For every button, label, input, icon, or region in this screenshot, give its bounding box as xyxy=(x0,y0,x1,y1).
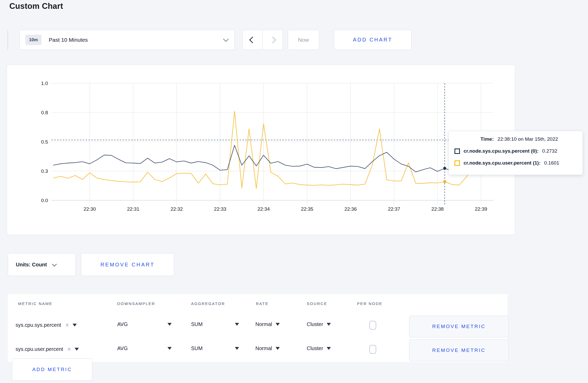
user-series-swatch-icon xyxy=(454,160,460,166)
dropdown-arrow-icon xyxy=(327,347,331,350)
tooltip-series-user: cr.node.sys.cpu.user.percent (1): 0.1601 xyxy=(454,160,559,166)
tooltip-time-label: Time: xyxy=(480,136,494,142)
chart-card: 0.00.30.50.81.022:3022:3122:3222:3322:34… xyxy=(7,65,515,235)
clear-metric-icon[interactable]: × xyxy=(65,321,69,329)
per-node-checkbox[interactable] xyxy=(369,321,376,330)
col-header-downsampler: DOWNSAMPLER xyxy=(117,301,155,306)
tooltip-series-sys: cr.node.sys.cpu.sys.percent (0): 0.2732 xyxy=(454,148,557,154)
dropdown-arrow-icon xyxy=(235,323,239,326)
hover-point-marker xyxy=(443,167,446,170)
x-axis-tick-label: 22:30 xyxy=(83,206,96,212)
sys-series-swatch-icon xyxy=(454,148,460,154)
aggregator-select[interactable]: SUM xyxy=(191,321,239,327)
remove-chart-button[interactable]: REMOVE CHART xyxy=(81,253,174,276)
dropdown-arrow-icon xyxy=(75,348,79,351)
col-header-rate: RATE xyxy=(256,301,269,306)
tooltip-time: Time:22:38:10 on Mar 15th, 2022 xyxy=(480,136,558,142)
source-select[interactable]: Cluster xyxy=(307,345,331,351)
time-nav-group xyxy=(242,30,283,50)
custom-chart-page: Custom Chart 10m Past 10 Minutes Now ADD… xyxy=(0,0,588,383)
hover-point-marker xyxy=(443,180,446,183)
metric-name-select[interactable]: sys.cpu.user.percent × xyxy=(16,345,79,353)
rate-select[interactable]: Normal xyxy=(255,321,280,327)
rate-value: Normal xyxy=(255,345,272,351)
downsampler-value: AVG xyxy=(117,321,128,327)
tooltip-sys-value: 0.2732 xyxy=(542,148,557,154)
time-back-button[interactable] xyxy=(242,30,263,50)
chevron-down-icon xyxy=(223,36,229,42)
time-range-select[interactable]: 10m Past 10 Minutes xyxy=(19,30,235,50)
dropdown-arrow-icon xyxy=(327,323,331,326)
dropdown-arrow-icon xyxy=(276,347,280,350)
toolbar-divider xyxy=(8,30,8,50)
clear-metric-icon[interactable]: × xyxy=(67,345,71,353)
aggregator-select[interactable]: SUM xyxy=(191,345,239,351)
y-axis-tick-label: 0.8 xyxy=(41,110,48,115)
aggregator-value: SUM xyxy=(191,345,202,351)
col-header-aggregator: AGGREGATOR xyxy=(191,301,225,306)
downsampler-value: AVG xyxy=(117,345,128,351)
x-axis-tick-label: 22:34 xyxy=(257,206,270,212)
per-node-checkbox[interactable] xyxy=(369,345,376,354)
y-axis-tick-label: 0.3 xyxy=(41,168,48,174)
metric-name-value: sys.cpu.user.percent xyxy=(16,346,63,352)
tooltip-user-value: 0.1601 xyxy=(544,160,559,166)
x-axis-tick-label: 22:31 xyxy=(127,206,139,212)
chevron-down-icon xyxy=(52,262,57,266)
rate-value: Normal xyxy=(255,321,272,327)
remove-metric-button[interactable]: REMOVE METRIC xyxy=(409,316,509,337)
source-select[interactable]: Cluster xyxy=(307,321,331,327)
x-axis-tick-label: 22:39 xyxy=(475,206,487,212)
units-label: Units: Count xyxy=(16,262,47,268)
y-axis-tick-label: 0.5 xyxy=(41,139,48,145)
col-header-per-node: PER NODE xyxy=(357,301,382,306)
now-button[interactable]: Now xyxy=(288,30,319,50)
time-range-badge: 10m xyxy=(25,35,41,45)
x-axis-tick-label: 22:38 xyxy=(431,206,444,212)
x-axis-tick-label: 22:32 xyxy=(171,206,183,212)
col-header-source: SOURCE xyxy=(307,301,327,306)
aggregator-value: SUM xyxy=(191,321,202,327)
metric-name-value: sys.cpu.sys.percent xyxy=(16,322,61,328)
x-axis-tick-label: 22:37 xyxy=(388,206,400,212)
series-line xyxy=(53,111,481,188)
downsampler-select[interactable]: AVG xyxy=(117,321,172,327)
dropdown-arrow-icon xyxy=(73,324,77,327)
dropdown-arrow-icon xyxy=(167,323,172,326)
dropdown-arrow-icon xyxy=(235,347,239,350)
col-header-metric-name: METRIC NAME xyxy=(18,301,53,306)
x-axis-tick-label: 22:36 xyxy=(344,206,357,212)
source-value: Cluster xyxy=(307,345,323,351)
y-axis-tick-label: 1.0 xyxy=(41,81,48,86)
chart-tooltip: Time:22:38:10 on Mar 15th, 2022 cr.node.… xyxy=(449,131,583,175)
add-chart-button[interactable]: ADD CHART xyxy=(334,30,411,50)
time-forward-button[interactable] xyxy=(263,30,283,50)
rate-select[interactable]: Normal xyxy=(255,345,280,351)
timeseries-chart[interactable]: 0.00.30.50.81.022:3022:3122:3222:3322:34… xyxy=(7,65,515,235)
tooltip-sys-name: cr.node.sys.cpu.sys.percent (0): xyxy=(464,148,538,154)
page-title: Custom Chart xyxy=(9,2,63,11)
units-select[interactable]: Units: Count xyxy=(8,253,76,276)
downsampler-select[interactable]: AVG xyxy=(117,345,172,351)
chevron-right-icon xyxy=(269,37,276,43)
tooltip-user-name: cr.node.sys.cpu.user.percent (1): xyxy=(464,160,541,166)
tooltip-time-value: 22:38:10 on Mar 15th, 2022 xyxy=(498,136,558,142)
add-metric-button[interactable]: ADD METRIC xyxy=(12,358,92,381)
remove-metric-button[interactable]: REMOVE METRIC xyxy=(409,339,509,361)
x-axis-tick-label: 22:33 xyxy=(214,206,226,212)
metric-name-select[interactable]: sys.cpu.sys.percent × xyxy=(16,321,77,329)
dropdown-arrow-icon xyxy=(167,347,172,350)
time-range-label: Past 10 Minutes xyxy=(49,37,88,43)
chevron-left-icon xyxy=(249,37,256,43)
x-axis-tick-label: 22:35 xyxy=(301,206,313,212)
dropdown-arrow-icon xyxy=(276,323,280,326)
y-axis-tick-label: 0.0 xyxy=(41,198,48,203)
source-value: Cluster xyxy=(307,321,323,327)
